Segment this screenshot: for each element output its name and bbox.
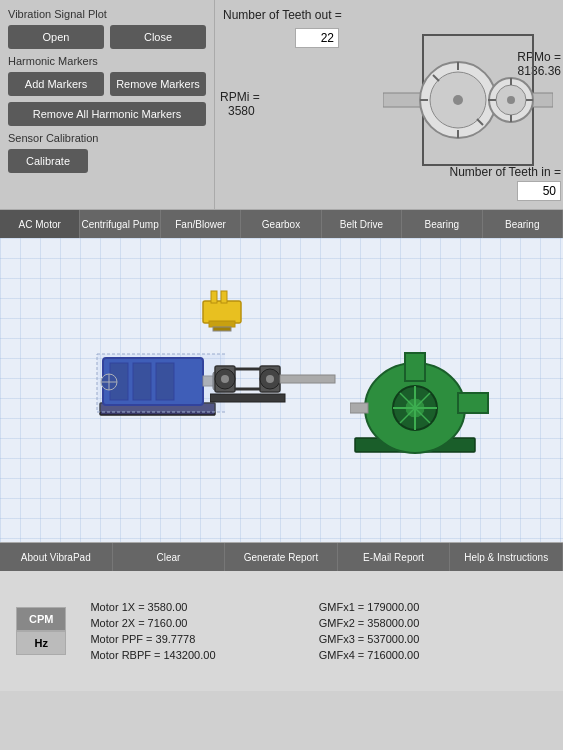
rpmi-label: RPMi = 3580	[220, 90, 260, 118]
remove-all-markers-button[interactable]: Remove All Harmonic Markers	[8, 102, 206, 126]
svg-rect-44	[210, 394, 285, 402]
email-report-button[interactable]: E-Mail Report	[338, 543, 451, 571]
svg-rect-34	[97, 354, 225, 412]
unit-toggle: CPM Hz	[16, 607, 66, 655]
svg-rect-55	[350, 403, 368, 413]
left-metrics: Motor 1X = 3580.00 Motor 2X = 7160.00 Mo…	[90, 601, 318, 661]
harmonic-section-label: Harmonic Markers	[8, 55, 206, 67]
svg-point-37	[221, 375, 229, 383]
svg-rect-20	[211, 291, 217, 303]
svg-rect-19	[203, 301, 241, 323]
motor-1x-metric: Motor 1X = 3580.00	[90, 601, 318, 613]
gearbox-component[interactable]	[210, 338, 340, 421]
gmfx4-metric: GMFx4 = 716000.00	[319, 649, 547, 661]
tab-bearing-1[interactable]: Bearing	[402, 210, 482, 238]
motor-rbpf-metric: Motor RBPF = 143200.00	[90, 649, 318, 661]
svg-rect-22	[209, 321, 235, 327]
motor-ppf-metric: Motor PPF = 39.7778	[90, 633, 318, 645]
tab-belt-drive[interactable]: Belt Drive	[322, 210, 402, 238]
svg-rect-48	[405, 353, 425, 381]
tab-centrifugal-pump[interactable]: Centrifugal Pump	[80, 210, 160, 238]
teeth-in-label: Number of Teeth in =	[449, 165, 561, 179]
help-instructions-button[interactable]: Help & Instructions	[450, 543, 563, 571]
tab-gearbox[interactable]: Gearbox	[241, 210, 321, 238]
pump-component[interactable]	[350, 348, 490, 471]
open-button[interactable]: Open	[8, 25, 104, 49]
generate-report-button[interactable]: Generate Report	[225, 543, 338, 571]
component-tabs: AC Motor Centrifugal Pump Fan/Blower Gea…	[0, 210, 563, 238]
gmfx3-metric: GMFx3 = 537000.00	[319, 633, 547, 645]
svg-point-5	[453, 95, 463, 105]
tab-bearing-2[interactable]: Bearing	[483, 210, 563, 238]
svg-point-40	[266, 375, 274, 383]
about-vibrapad-button[interactable]: About VibraPad	[0, 543, 113, 571]
canvas-area	[0, 238, 563, 543]
right-metrics: GMFx1 = 179000.00 GMFx2 = 358000.00 GMFx…	[319, 601, 547, 661]
svg-rect-47	[458, 393, 488, 413]
teeth-out-label: Number of Teeth out =	[223, 8, 342, 22]
gmfx1-metric: GMFx1 = 179000.00	[319, 601, 547, 613]
gmfx2-metric: GMFx2 = 358000.00	[319, 617, 547, 629]
teeth-out-input[interactable]	[295, 28, 339, 48]
vibration-section-label: Vibration Signal Plot	[8, 8, 206, 20]
hz-button[interactable]: Hz	[16, 631, 66, 655]
rpmi-value: 3580	[228, 104, 255, 118]
teeth-in-input[interactable]	[517, 181, 561, 201]
remove-markers-button[interactable]: Remove Markers	[110, 72, 206, 96]
add-markers-button[interactable]: Add Markers	[8, 72, 104, 96]
motor-2x-metric: Motor 2X = 7160.00	[90, 617, 318, 629]
svg-rect-2	[531, 93, 553, 107]
tab-fan-blower[interactable]: Fan/Blower	[161, 210, 241, 238]
svg-rect-1	[383, 93, 425, 107]
cpm-button[interactable]: CPM	[16, 607, 66, 631]
calibrate-button[interactable]: Calibrate	[8, 149, 88, 173]
svg-point-8	[507, 96, 515, 104]
fan-component[interactable]	[195, 283, 250, 341]
sensor-section-label: Sensor Calibration	[8, 132, 206, 144]
teeth-in-section: Number of Teeth in =	[449, 165, 561, 201]
tab-ac-motor[interactable]: AC Motor	[0, 210, 80, 238]
gearbox-diagram	[383, 15, 553, 190]
motor-component[interactable]	[95, 338, 225, 441]
metrics-panel: CPM Hz Motor 1X = 3580.00 Motor 2X = 716…	[0, 571, 563, 691]
clear-button[interactable]: Clear	[113, 543, 226, 571]
svg-rect-23	[213, 327, 231, 331]
close-button[interactable]: Close	[110, 25, 206, 49]
svg-rect-21	[221, 291, 227, 303]
svg-rect-43	[280, 375, 335, 383]
bottom-toolbar: About VibraPad Clear Generate Report E-M…	[0, 543, 563, 571]
